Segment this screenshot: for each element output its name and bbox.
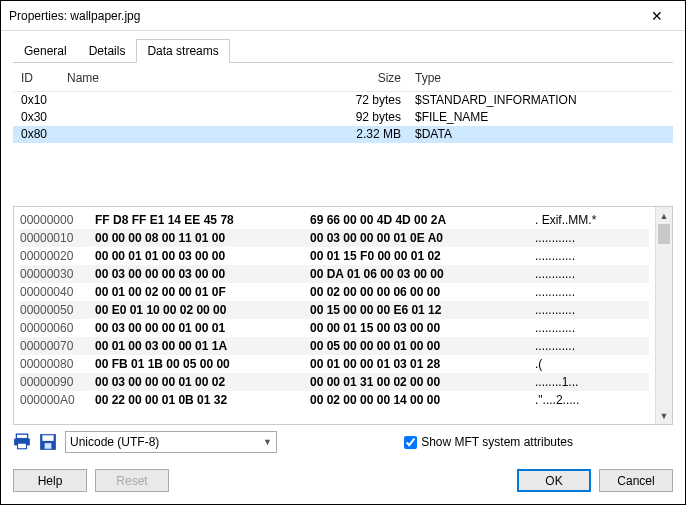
scroll-thumb[interactable]: [658, 224, 670, 244]
ok-button[interactable]: OK: [517, 469, 591, 492]
titlebar: Properties: wallpaper.jpg ✕: [1, 1, 685, 31]
hex-toolbar: Unicode (UTF-8) ▼ Show MFT system attrib…: [13, 425, 673, 453]
table-row[interactable]: 0x10 72 bytes $STANDARD_INFORMATION: [13, 92, 673, 109]
tab-general[interactable]: General: [13, 39, 78, 63]
scroll-down-icon[interactable]: ▼: [656, 407, 672, 424]
hex-line: 0000002000 00 01 01 00 03 00 0000 01 15 …: [20, 247, 649, 265]
reset-button: Reset: [95, 469, 169, 492]
mft-label: Show MFT system attributes: [421, 435, 573, 449]
svg-rect-2: [18, 443, 27, 449]
hex-line: 0000004000 01 00 02 00 00 01 0F00 02 00 …: [20, 283, 649, 301]
hex-content[interactable]: 00000000FF D8 FF E1 14 EE 45 7869 66 00 …: [14, 207, 655, 424]
table-row[interactable]: 0x80 2.32 MB $DATA: [13, 126, 673, 143]
hex-line: 00000000FF D8 FF E1 14 EE 45 7869 66 00 …: [20, 211, 649, 229]
svg-rect-4: [42, 435, 53, 441]
table-row[interactable]: 0x30 92 bytes $FILE_NAME: [13, 109, 673, 126]
svg-rect-5: [45, 443, 52, 449]
header-id[interactable]: ID: [17, 69, 63, 87]
chevron-down-icon: ▼: [263, 437, 272, 447]
hex-line: 0000001000 00 00 08 00 11 01 0000 03 00 …: [20, 229, 649, 247]
hex-line: 0000003000 03 00 00 00 03 00 0000 DA 01 …: [20, 265, 649, 283]
window-title: Properties: wallpaper.jpg: [9, 9, 637, 23]
encoding-select[interactable]: Unicode (UTF-8) ▼: [65, 431, 277, 453]
header-type[interactable]: Type: [411, 69, 673, 87]
header-name[interactable]: Name: [63, 69, 331, 87]
hex-line: 000000A000 22 00 00 01 0B 01 3200 02 00 …: [20, 391, 649, 409]
stream-list: 0x10 72 bytes $STANDARD_INFORMATION 0x30…: [13, 92, 673, 202]
hex-viewer: 00000000FF D8 FF E1 14 EE 45 7869 66 00 …: [13, 206, 673, 425]
stream-list-header: ID Name Size Type: [13, 65, 673, 92]
dialog-footer: Help Reset OK Cancel: [1, 461, 685, 504]
encoding-value: Unicode (UTF-8): [70, 435, 159, 449]
hex-line: 0000006000 03 00 00 00 01 00 0100 00 01 …: [20, 319, 649, 337]
scrollbar[interactable]: ▲ ▼: [655, 207, 672, 424]
hex-line: 0000009000 03 00 00 00 01 00 0200 00 01 …: [20, 373, 649, 391]
tab-strip: General Details Data streams: [13, 38, 673, 63]
help-button[interactable]: Help: [13, 469, 87, 492]
hex-line: 0000005000 E0 01 10 00 02 00 0000 15 00 …: [20, 301, 649, 319]
content-area: General Details Data streams ID Name Siz…: [1, 31, 685, 461]
hex-line: 0000008000 FB 01 1B 00 05 00 0000 01 00 …: [20, 355, 649, 373]
cancel-button[interactable]: Cancel: [599, 469, 673, 492]
save-icon[interactable]: [39, 433, 57, 451]
header-size[interactable]: Size: [331, 69, 411, 87]
mft-checkbox-wrap[interactable]: Show MFT system attributes: [404, 435, 573, 449]
print-icon[interactable]: [13, 433, 31, 451]
hex-line: 0000007000 01 00 03 00 00 01 1A00 05 00 …: [20, 337, 649, 355]
scroll-up-icon[interactable]: ▲: [656, 207, 672, 224]
tab-data-streams[interactable]: Data streams: [136, 39, 229, 63]
mft-checkbox[interactable]: [404, 436, 417, 449]
close-icon[interactable]: ✕: [637, 8, 677, 24]
svg-rect-0: [16, 434, 27, 439]
tab-details[interactable]: Details: [78, 39, 137, 63]
